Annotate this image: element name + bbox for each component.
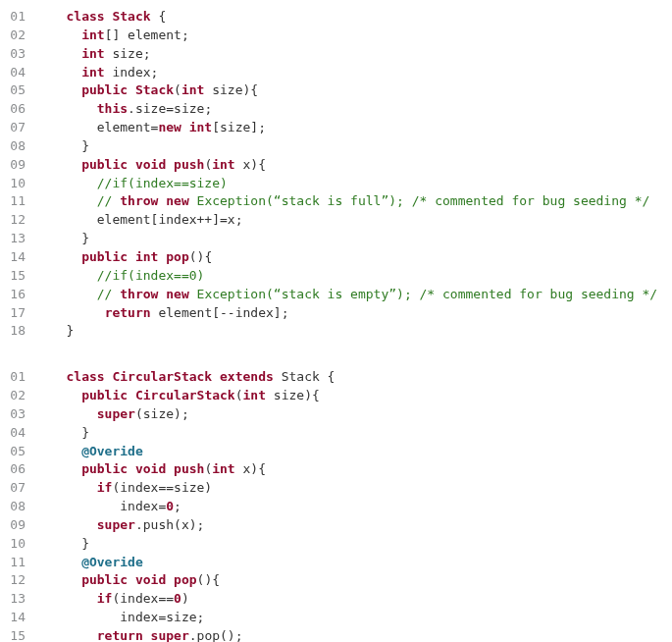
code-line: 06 public void push(int x){ — [0, 460, 672, 479]
token-kw: throw new — [120, 193, 188, 208]
token-plain — [128, 82, 135, 97]
line-number: 10 — [0, 535, 43, 554]
token-plain: size){ — [204, 82, 258, 97]
token-plain — [128, 572, 135, 587]
token-kw: return — [105, 305, 151, 320]
code-line: 08 index=0; — [0, 498, 672, 516]
code-line: 18 } — [0, 322, 672, 341]
line-number: 03 — [0, 45, 43, 64]
code-content: //if(index==0) — [43, 267, 672, 286]
code-content: } — [43, 535, 672, 554]
token-plain — [43, 591, 97, 606]
line-number: 13 — [0, 590, 43, 609]
code-line: 02 int[] element; — [0, 27, 672, 45]
token-plain — [43, 249, 81, 264]
token-kw: throw new — [120, 287, 188, 301]
token-plain: index; — [105, 65, 159, 80]
token-plain: } — [43, 536, 89, 551]
code-content: // throw new Exception(“stack is full”);… — [43, 192, 672, 211]
token-plain: .pop(); — [189, 628, 243, 642]
code-line: 04 int index; — [0, 64, 672, 82]
code-content: } — [43, 230, 672, 248]
token-plain — [43, 480, 97, 495]
code-line: 03 super(size); — [0, 405, 672, 424]
code-content: } — [43, 322, 672, 341]
token-plain: [size]; — [212, 120, 266, 134]
token-kw: super — [151, 628, 189, 642]
code-line: 09 super.push(x); — [0, 516, 672, 535]
token-kw: return — [97, 628, 143, 642]
token-plain: } — [43, 231, 89, 245]
token-plain: element[index++]=x; — [43, 212, 243, 227]
token-plain: .push(x); — [135, 517, 204, 532]
code-block-circularstack: 01 class CircularStack extends Stack {02… — [0, 368, 672, 642]
line-number: 15 — [0, 627, 43, 642]
token-plain: { — [151, 9, 167, 24]
code-content: class CircularStack extends Stack { — [43, 368, 672, 387]
code-line: 13 } — [0, 230, 672, 248]
token-comment: //if(index==0) — [97, 268, 205, 283]
code-line: 02 public CircularStack(int size){ — [0, 387, 672, 405]
token-plain: ) — [181, 591, 189, 606]
token-kw: void — [135, 461, 166, 476]
token-plain — [43, 555, 81, 569]
token-plain — [43, 27, 81, 42]
code-content: // throw new Exception(“stack is empty”)… — [43, 286, 672, 304]
token-plain: (){ — [189, 249, 212, 264]
code-content: element=new int[size]; — [43, 119, 672, 137]
token-kw: int — [81, 27, 104, 42]
line-number: 07 — [0, 119, 43, 137]
code-content: this.size=size; — [43, 100, 672, 119]
token-plain: } — [43, 138, 89, 153]
token-kw: public — [81, 388, 128, 402]
code-content: return element[--index]; — [43, 304, 672, 323]
token-kw: int — [181, 82, 204, 97]
token-num: 0 — [174, 591, 181, 606]
line-number: 14 — [0, 248, 43, 267]
token-plain — [43, 9, 66, 24]
line-number: 08 — [0, 498, 43, 516]
code-line: 01 class Stack { — [0, 8, 672, 27]
token-kw: int — [212, 157, 234, 172]
token-kw: void — [135, 572, 166, 587]
code-line: 05 public Stack(int size){ — [0, 81, 672, 100]
token-kw: void — [135, 157, 166, 172]
token-plain — [166, 461, 174, 476]
code-content: index=0; — [43, 498, 672, 516]
code-line: 05 @Overide — [0, 443, 672, 461]
code-content: return super.pop(); — [43, 627, 672, 642]
code-line: 12 public void pop(){ — [0, 571, 672, 590]
token-comment: Exception(“stack is full”); /* commented… — [189, 193, 650, 208]
code-line: 10 //if(index==size) — [0, 175, 672, 193]
line-number: 11 — [0, 554, 43, 572]
line-number: 07 — [0, 479, 43, 498]
token-kw: int — [212, 461, 234, 476]
token-plain: [] element; — [105, 27, 189, 42]
token-plain: (index== — [112, 591, 174, 606]
token-plain — [128, 461, 135, 476]
code-line: 01 class CircularStack extends Stack { — [0, 368, 672, 387]
token-plain — [43, 517, 97, 532]
token-kw: int — [81, 46, 104, 61]
code-content: int size; — [43, 45, 672, 64]
code-line: 09 public void push(int x){ — [0, 156, 672, 175]
code-line: 11 // throw new Exception(“stack is full… — [0, 192, 672, 211]
token-plain: .size=size; — [128, 101, 212, 116]
token-plain — [43, 444, 81, 458]
token-kw: if — [97, 591, 113, 606]
line-number: 10 — [0, 175, 43, 193]
token-plain — [166, 572, 174, 587]
code-line: 17 return element[--index]; — [0, 304, 672, 323]
token-cname: CircularStack — [112, 369, 212, 384]
line-number: 06 — [0, 460, 43, 479]
code-content: public void pop(){ — [43, 571, 672, 590]
line-number: 01 — [0, 8, 43, 27]
token-ann: @Overide — [81, 555, 143, 569]
token-plain: index= — [43, 499, 166, 513]
token-kw: public — [81, 572, 128, 587]
line-number: 03 — [0, 405, 43, 424]
token-plain — [43, 406, 97, 421]
line-number: 12 — [0, 571, 43, 590]
line-number: 14 — [0, 609, 43, 627]
code-line: 16 // throw new Exception(“stack is empt… — [0, 286, 672, 304]
